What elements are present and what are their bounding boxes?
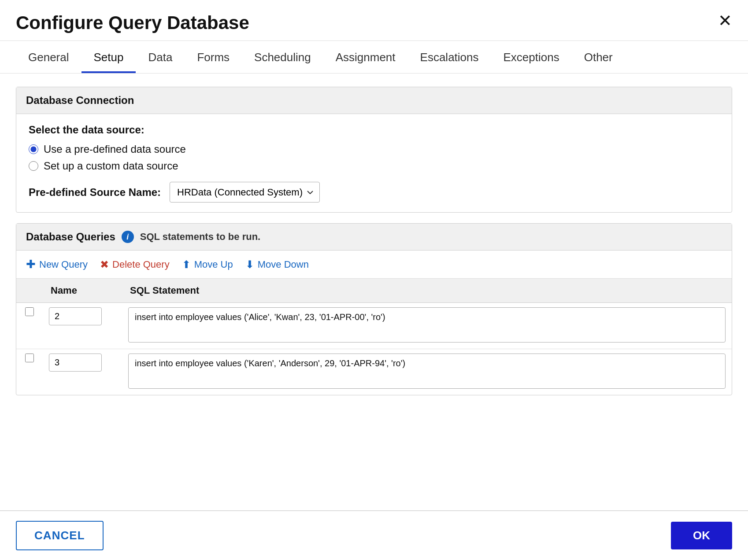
row-checkbox-0[interactable]: [25, 307, 34, 316]
move-down-label: Move Down: [258, 259, 309, 270]
table-row: [16, 349, 732, 395]
tab-bar: General Setup Data Forms Scheduling Assi…: [0, 41, 748, 74]
queries-toolbar: ✚ New Query ✖ Delete Query ⬆ Move Up ⬇ M…: [16, 251, 732, 279]
db-connection-header: Database Connection: [16, 87, 732, 114]
delete-query-label: Delete Query: [112, 259, 170, 270]
db-queries-title: Database Queries: [26, 231, 115, 243]
db-connection-title: Database Connection: [26, 94, 134, 107]
delete-icon: ✖: [100, 258, 109, 271]
table-row: [16, 303, 732, 349]
tab-general[interactable]: General: [16, 41, 81, 73]
new-query-button[interactable]: ✚ New Query: [26, 258, 88, 271]
radio-predefined-label[interactable]: Use a pre-defined data source: [29, 143, 719, 155]
database-queries-section: Database Queries i SQL statements to be …: [16, 223, 732, 395]
cancel-button[interactable]: CANCEL: [16, 521, 104, 550]
ok-button[interactable]: OK: [671, 522, 732, 549]
tab-other[interactable]: Other: [572, 41, 625, 73]
move-down-button[interactable]: ⬇ Move Down: [245, 258, 309, 271]
tab-setup[interactable]: Setup: [81, 41, 136, 73]
configure-query-database-dialog: Configure Query Database ✕ General Setup…: [0, 0, 748, 560]
sql-textarea-0[interactable]: [128, 307, 726, 343]
tab-assignment[interactable]: Assignment: [323, 41, 408, 73]
close-button[interactable]: ✕: [718, 12, 732, 29]
radio-custom-text: Set up a custom data source: [44, 160, 178, 172]
db-connection-body: Select the data source: Use a pre-define…: [16, 114, 732, 212]
move-down-icon: ⬇: [245, 258, 254, 271]
tab-data[interactable]: Data: [136, 41, 185, 73]
predefined-source-label: Pre-defined Source Name:: [29, 186, 161, 199]
radio-predefined-text: Use a pre-defined data source: [44, 143, 186, 155]
dialog-header: Configure Query Database ✕: [0, 0, 748, 41]
datasource-label: Select the data source:: [29, 124, 719, 136]
dialog-footer: CANCEL OK: [0, 510, 748, 560]
predefined-row: Pre-defined Source Name: HRData (Connect…: [29, 182, 719, 203]
radio-group: Use a pre-defined data source Set up a c…: [29, 143, 719, 172]
plus-icon: ✚: [26, 258, 36, 271]
radio-predefined-input[interactable]: [29, 144, 38, 154]
name-input-0[interactable]: [49, 307, 102, 325]
info-icon: i: [122, 231, 134, 243]
database-connection-section: Database Connection Select the data sour…: [16, 87, 732, 213]
db-queries-info-text: SQL statements to be run.: [140, 231, 260, 243]
tab-scheduling[interactable]: Scheduling: [242, 41, 323, 73]
tab-escalations[interactable]: Escalations: [408, 41, 491, 73]
queries-table: Name SQL Statement: [16, 279, 732, 395]
col-name-header: Name: [43, 279, 122, 303]
new-query-label: New Query: [39, 259, 88, 270]
delete-query-button[interactable]: ✖ Delete Query: [100, 258, 170, 271]
radio-custom-input[interactable]: [29, 161, 38, 171]
main-content: Database Connection Select the data sour…: [0, 74, 748, 510]
db-queries-header: Database Queries i SQL statements to be …: [16, 224, 732, 251]
radio-custom-label[interactable]: Set up a custom data source: [29, 160, 719, 172]
row-checkbox-1[interactable]: [25, 354, 34, 362]
predefined-source-select[interactable]: HRData (Connected System) Other Source: [170, 182, 320, 203]
table-header-row: Name SQL Statement: [16, 279, 732, 303]
tab-exceptions[interactable]: Exceptions: [491, 41, 572, 73]
name-input-1[interactable]: [49, 354, 102, 372]
sql-textarea-1[interactable]: [128, 354, 726, 389]
tab-forms[interactable]: Forms: [185, 41, 242, 73]
col-checkbox: [16, 279, 43, 303]
dialog-title: Configure Query Database: [16, 12, 249, 33]
col-sql-header: SQL Statement: [122, 279, 732, 303]
move-up-label: Move Up: [194, 259, 233, 270]
move-up-icon: ⬆: [182, 258, 191, 271]
move-up-button[interactable]: ⬆ Move Up: [182, 258, 233, 271]
